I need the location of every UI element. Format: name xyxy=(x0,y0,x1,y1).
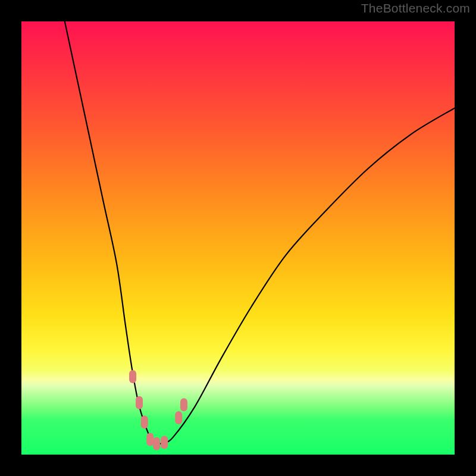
chart-frame: TheBottleneck.com xyxy=(0,0,476,476)
pink-dot-right-2 xyxy=(180,398,187,411)
curve-svg xyxy=(21,21,455,455)
marker-group xyxy=(129,370,187,450)
pink-dot-right-1 xyxy=(175,411,182,424)
pink-dot-bottom-1 xyxy=(146,433,154,446)
pink-dot-left-2 xyxy=(136,396,143,409)
plot-area xyxy=(21,21,455,455)
pink-dot-left-3 xyxy=(141,415,148,428)
pink-dot-bottom-2 xyxy=(153,437,160,450)
bottleneck-curve xyxy=(65,21,455,444)
pink-dot-bottom-3 xyxy=(161,436,168,449)
watermark-text: TheBottleneck.com xyxy=(361,1,470,15)
pink-dot-left-1 xyxy=(129,370,136,383)
